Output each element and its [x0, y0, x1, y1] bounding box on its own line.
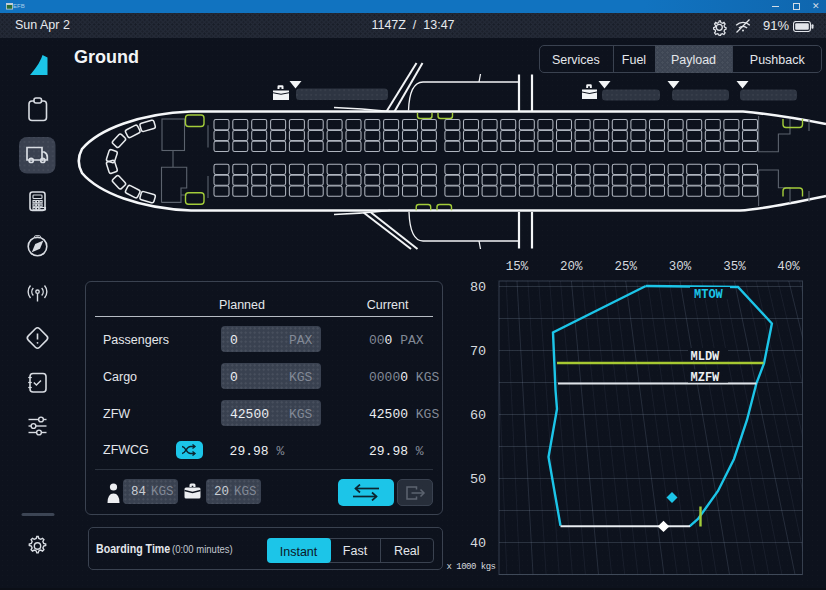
- svg-text:MTOW: MTOW: [694, 288, 724, 302]
- svg-text:MLDW: MLDW: [691, 350, 721, 364]
- svg-text:50: 50: [470, 472, 486, 487]
- svg-text:15%: 15%: [506, 260, 529, 274]
- svg-text:MZFW: MZFW: [691, 371, 721, 385]
- svg-text:30%: 30%: [669, 260, 692, 274]
- svg-text:25%: 25%: [614, 260, 637, 274]
- svg-text:70: 70: [470, 344, 486, 359]
- svg-text:20%: 20%: [560, 260, 583, 274]
- svg-text:80: 80: [470, 280, 486, 295]
- svg-text:40%: 40%: [777, 260, 800, 274]
- svg-text:x 1000 kgs: x 1000 kgs: [447, 562, 496, 572]
- svg-text:60: 60: [470, 408, 486, 423]
- svg-text:40: 40: [470, 536, 486, 551]
- svg-text:35%: 35%: [723, 260, 746, 274]
